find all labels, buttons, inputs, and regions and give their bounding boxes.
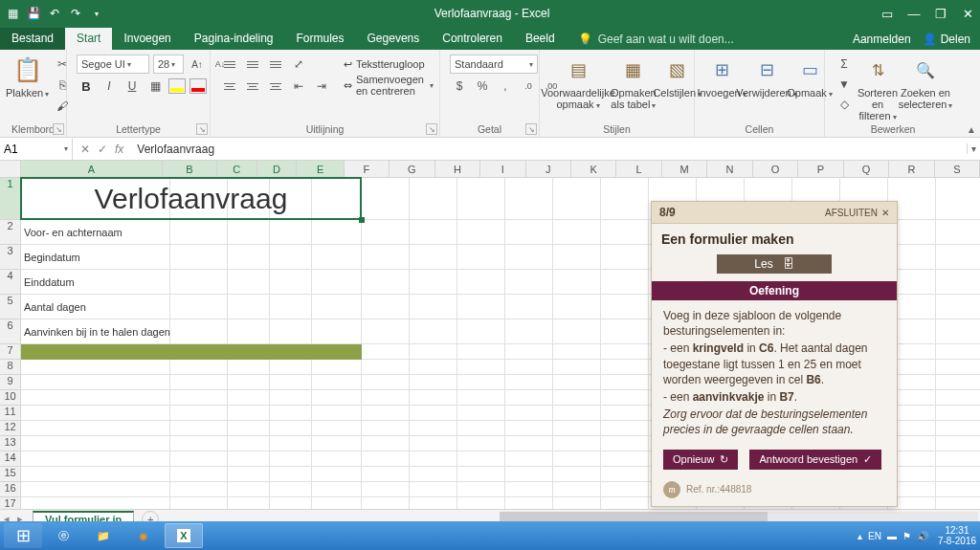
align-left-icon[interactable]	[220, 78, 239, 94]
col-header-L[interactable]: L	[616, 161, 661, 177]
tab-insert[interactable]: Invoegen	[112, 28, 182, 50]
lesson-button[interactable]: Les🗄	[717, 254, 832, 274]
conditional-formatting-button[interactable]: ▤Voorwaardelijke opmaak▾	[546, 55, 611, 111]
tab-view[interactable]: Beeld	[514, 28, 567, 50]
autosum-icon[interactable]: Σ	[835, 55, 854, 74]
qat-customize-icon[interactable]: ▾	[90, 7, 103, 20]
align-center-icon[interactable]	[243, 78, 262, 94]
col-header-Q[interactable]: Q	[844, 161, 889, 177]
align-right-icon[interactable]	[266, 78, 285, 94]
col-header-I[interactable]: I	[480, 161, 525, 177]
retry-button[interactable]: Opnieuw↻	[663, 450, 738, 470]
cell-a2[interactable]: Voor- en achternaam	[21, 220, 170, 245]
tray-volume-icon[interactable]: 🔊	[917, 531, 928, 541]
row-header-12[interactable]: 12	[0, 421, 20, 436]
col-header-B[interactable]: B	[163, 161, 217, 177]
col-header-F[interactable]: F	[345, 161, 390, 177]
collapse-ribbon-icon[interactable]: ▲	[967, 124, 976, 135]
insert-function-icon[interactable]: fx	[115, 143, 123, 156]
border-button[interactable]: ▦	[145, 77, 165, 96]
number-format-select[interactable]: Standaard▾	[450, 55, 538, 74]
number-dialog-launcher[interactable]: ↘	[525, 123, 537, 135]
font-color-button[interactable]	[189, 78, 207, 94]
cell-a5[interactable]: Aantal dagen	[21, 295, 170, 319]
col-header-G[interactable]: G	[390, 161, 434, 177]
row-header-10[interactable]: 10	[0, 390, 20, 406]
col-header-R[interactable]: R	[889, 161, 934, 177]
row-header-14[interactable]: 14	[0, 451, 20, 467]
tab-review[interactable]: Controleren	[431, 28, 514, 50]
tray-expand-icon[interactable]: ▴	[858, 531, 862, 541]
accounting-format-icon[interactable]: $	[450, 77, 469, 96]
enter-formula-icon[interactable]: ✓	[98, 143, 107, 156]
start-button[interactable]: ⊞	[4, 523, 42, 548]
tell-me[interactable]: 💡 Geef aan wat u wilt doen...	[578, 33, 734, 50]
tab-home[interactable]: Start	[65, 28, 112, 50]
minimize-icon[interactable]: —	[907, 7, 921, 21]
taskbar-explorer[interactable]: 📁	[84, 523, 122, 548]
row-header-5[interactable]: 5	[0, 295, 20, 319]
expand-formula-bar-icon[interactable]: ▾	[967, 143, 980, 154]
row-header-6[interactable]: 6	[0, 319, 20, 344]
fill-color-button[interactable]	[168, 78, 186, 94]
cell-a4[interactable]: Einddatum	[21, 270, 170, 295]
col-header-E[interactable]: E	[297, 161, 344, 177]
format-as-table-button[interactable]: ▦Opmaken als tabel▾	[611, 55, 657, 111]
sort-filter-button[interactable]: ⇅Sorteren en filteren▾	[854, 55, 902, 122]
align-middle-icon[interactable]	[243, 56, 262, 72]
cancel-formula-icon[interactable]: ✕	[80, 143, 90, 156]
row-header-15[interactable]: 15	[0, 467, 20, 482]
row-header-13[interactable]: 13	[0, 436, 20, 451]
tray-lang[interactable]: EN	[868, 531, 881, 541]
paste-button[interactable]: 📋 Plakken▾	[6, 55, 49, 99]
undo-icon[interactable]: ↶	[48, 7, 61, 20]
ribbon-options-icon[interactable]: ▭	[880, 7, 894, 21]
italic-button[interactable]: I	[100, 77, 119, 96]
tab-data[interactable]: Gegevens	[356, 28, 432, 50]
col-header-P[interactable]: P	[798, 161, 843, 177]
row-header-1[interactable]: 1	[0, 178, 20, 220]
row-header-2[interactable]: 2	[0, 220, 20, 245]
merge-center-button[interactable]: ⇔Samenvoegen en centreren▾	[339, 76, 438, 95]
format-cells-button[interactable]: ▭Opmaak▾	[791, 55, 829, 99]
tab-file[interactable]: Bestand	[0, 28, 65, 50]
col-header-J[interactable]: J	[526, 161, 571, 177]
select-all-corner[interactable]	[0, 161, 21, 178]
share-button[interactable]: 👤Delen	[923, 33, 970, 46]
taskbar-media[interactable]: ◉	[124, 523, 163, 548]
cell-styles-button[interactable]: ▧Celstijlen▾	[657, 55, 699, 99]
align-bottom-icon[interactable]	[266, 56, 285, 72]
col-header-C[interactable]: C	[217, 161, 257, 177]
cell-a6[interactable]: Aanvinken bij in te halen dagen	[21, 319, 228, 344]
col-header-H[interactable]: H	[435, 161, 480, 177]
clear-icon[interactable]: ◇	[835, 95, 854, 114]
tray-flag-icon[interactable]: ▬	[887, 531, 897, 541]
col-header-M[interactable]: M	[662, 161, 707, 177]
row-header-3[interactable]: 3	[0, 245, 20, 270]
close-icon[interactable]: ✕	[961, 7, 974, 21]
taskbar-ie[interactable]: ⓔ	[44, 523, 82, 548]
decrease-indent-icon[interactable]: ⇤	[289, 77, 308, 96]
orientation-icon[interactable]: ⤢	[289, 55, 308, 74]
name-box[interactable]: A1▾	[0, 139, 73, 160]
fill-icon[interactable]: ▼	[835, 75, 854, 94]
row-header-8[interactable]: 8	[0, 360, 20, 375]
col-header-O[interactable]: O	[753, 161, 798, 177]
tray-clock[interactable]: 12:31 7-8-2016	[938, 525, 976, 546]
cell-a1-merged[interactable]: Verlofaanvraag	[21, 178, 362, 220]
align-top-icon[interactable]	[220, 56, 239, 72]
row-header-4[interactable]: 4	[0, 270, 20, 295]
sign-in[interactable]: Aanmelden	[853, 33, 911, 46]
tray-action-center-icon[interactable]: ⚑	[902, 531, 911, 541]
fill-handle[interactable]	[359, 217, 365, 223]
find-select-button[interactable]: 🔍Zoeken en selecteren▾	[902, 55, 949, 111]
increase-decimal-icon[interactable]: .0	[519, 77, 538, 96]
panel-close-button[interactable]: AFSLUITEN ✕	[825, 208, 889, 218]
bold-button[interactable]: B	[77, 77, 96, 96]
col-header-N[interactable]: N	[707, 161, 752, 177]
underline-button[interactable]: U	[122, 77, 142, 96]
row-header-7[interactable]: 7	[0, 344, 20, 360]
taskbar-excel[interactable]: X	[165, 523, 203, 548]
col-header-S[interactable]: S	[935, 161, 980, 177]
confirm-answer-button[interactable]: Antwoord bevestigen✓	[749, 450, 881, 470]
